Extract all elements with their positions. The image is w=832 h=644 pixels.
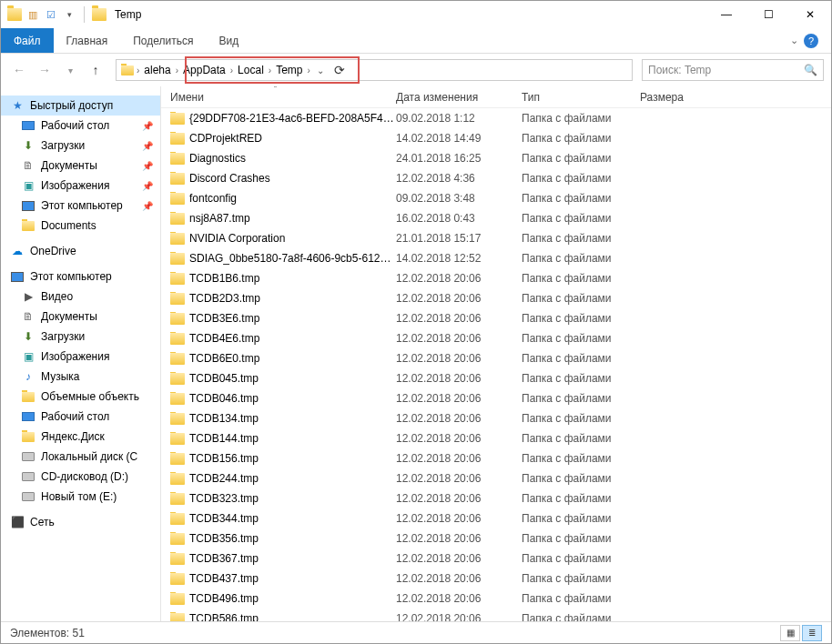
file-row[interactable]: {29DDF708-21E3-4ac6-BEFD-208A5F4B6B...09… (161, 108, 831, 128)
sidebar-item[interactable]: ▣Изображения (1, 347, 160, 367)
file-row[interactable]: TCDB156.tmp12.02.2018 20:06Папка с файла… (161, 448, 831, 468)
file-row[interactable]: nsj8A87.tmp16.02.2018 0:43Папка с файлам… (161, 208, 831, 228)
sidebar-item[interactable]: Локальный диск (С (1, 447, 160, 467)
sidebar-onedrive[interactable]: ☁ OneDrive (1, 241, 160, 261)
file-row[interactable]: SDIAG_0bbe5180-7a8f-4606-9cb5-612305...1… (161, 248, 831, 268)
file-type: Папка с файлами (522, 572, 640, 585)
monitor-icon (10, 269, 25, 284)
file-row[interactable]: TCDB496.tmp12.02.2018 20:06Папка с файла… (161, 589, 831, 609)
file-row[interactable]: TCDB356.tmp12.02.2018 20:06Папка с файла… (161, 528, 831, 548)
sidebar-item[interactable]: Яндекс.Диск (1, 427, 160, 447)
file-row[interactable]: TCDB1B6.tmp12.02.2018 20:06Папка с файла… (161, 268, 831, 288)
file-row[interactable]: TCDB6E0.tmp12.02.2018 20:06Папка с файла… (161, 348, 831, 368)
file-type: Папка с файлами (522, 112, 640, 125)
window-title: Temp (115, 8, 141, 21)
view-details-button[interactable]: ≣ (802, 625, 822, 641)
file-row[interactable]: NVIDIA Corporation21.01.2018 15:17Папка … (161, 228, 831, 248)
qat-dropdown-icon[interactable]: ▾ (61, 6, 77, 23)
address-dropdown-icon[interactable]: ⌄ (310, 60, 330, 80)
address-folder-icon (120, 63, 135, 77)
crumb-sep-icon[interactable]: › (228, 65, 235, 75)
file-row[interactable]: Diagnostics24.01.2018 16:25Папка с файла… (161, 148, 831, 168)
folder-icon (170, 133, 185, 145)
crumb-sep-icon[interactable]: › (174, 65, 180, 75)
sidebar-thispc[interactable]: Этот компьютер (1, 267, 160, 287)
folder-icon (170, 113, 185, 125)
file-row[interactable]: TCDB134.tmp12.02.2018 20:06Папка с файла… (161, 408, 831, 428)
ribbon-tab-share[interactable]: Поделиться (120, 28, 206, 53)
qat-properties-icon[interactable]: ▥ (25, 6, 41, 23)
sidebar-item[interactable]: CD-дисковод (D:) (1, 467, 160, 487)
breadcrumb-item[interactable]: Local (235, 60, 267, 80)
file-row[interactable]: TCDB437.tmp12.02.2018 20:06Папка с файла… (161, 569, 831, 589)
column-header-type[interactable]: Тип (522, 91, 640, 104)
sidebar-item[interactable]: Новый том (E:) (1, 487, 160, 507)
file-row[interactable]: TCDB344.tmp12.02.2018 20:06Папка с файла… (161, 508, 831, 528)
nav-back-button[interactable]: ← (8, 59, 30, 81)
file-name: TCDB046.tmp (189, 392, 259, 405)
pin-icon: 📌 (142, 141, 153, 151)
breadcrumb-item[interactable]: aleha (141, 60, 173, 80)
sidebar-network[interactable]: ⬛ Сеть (1, 512, 160, 532)
sidebar-item[interactable]: 🗎Документы (1, 307, 160, 327)
sidebar-quick-access[interactable]: ★ Быстрый доступ (1, 96, 160, 116)
file-row[interactable]: TCDB4E6.tmp12.02.2018 20:06Папка с файла… (161, 328, 831, 348)
sidebar-item[interactable]: ⬇Загрузки📌 (1, 136, 160, 156)
file-date: 12.02.2018 20:06 (396, 612, 522, 621)
sidebar-item[interactable]: ▣Изображения📌 (1, 176, 160, 196)
close-button[interactable]: ✕ (789, 1, 831, 28)
search-icon[interactable]: 🔍 (804, 64, 817, 76)
maximize-button[interactable]: ☐ (747, 1, 789, 28)
minimize-button[interactable]: — (705, 1, 747, 28)
crumb-sep-icon[interactable]: › (135, 65, 141, 75)
file-type: Папка с файлами (522, 612, 640, 621)
file-row[interactable]: TCDB045.tmp12.02.2018 20:06Папка с файла… (161, 368, 831, 388)
sidebar-item[interactable]: Documents (1, 216, 160, 236)
sidebar-item-icon (21, 389, 36, 404)
ribbon-tab-file[interactable]: Файл (1, 28, 54, 53)
sidebar-item-label: Объемные объекть (41, 390, 139, 403)
ribbon-tab-view[interactable]: Вид (206, 28, 251, 53)
file-row[interactable]: TCDB144.tmp12.02.2018 20:06Папка с файла… (161, 428, 831, 448)
file-row[interactable]: TCDB046.tmp12.02.2018 20:06Папка с файла… (161, 388, 831, 408)
addressbar[interactable]: › aleha › AppData › Local › Temp › ⌄ ⟳ (116, 59, 633, 81)
sidebar-item-icon: ▶ (21, 289, 36, 304)
sidebar-item[interactable]: 🗎Документы📌 (1, 156, 160, 176)
sidebar-item-icon (21, 218, 36, 233)
help-button[interactable]: ? (804, 34, 818, 48)
ribbon-chevron-icon[interactable]: ⌄ (790, 35, 798, 46)
column-header-date[interactable]: Дата изменения (396, 91, 522, 104)
sidebar-item[interactable]: Этот компьютер📌 (1, 196, 160, 216)
nav-history-dropdown[interactable]: ▾ (59, 59, 81, 81)
search-input[interactable]: Поиск: Temp 🔍 (642, 59, 824, 81)
view-large-icons-button[interactable]: ▦ (780, 625, 800, 641)
column-header-name[interactable]: Имени (170, 91, 396, 104)
sidebar-item[interactable]: ⬇Загрузки (1, 327, 160, 347)
sidebar-item[interactable]: Рабочий стол (1, 407, 160, 427)
refresh-button[interactable]: ⟳ (330, 59, 349, 81)
file-row[interactable]: TCDB323.tmp12.02.2018 20:06Папка с файла… (161, 488, 831, 508)
file-row[interactable]: fontconfig09.02.2018 3:48Папка с файлами (161, 188, 831, 208)
file-row[interactable]: TCDB244.tmp12.02.2018 20:06Папка с файла… (161, 468, 831, 488)
file-row[interactable]: TCDB3E6.tmp12.02.2018 20:06Папка с файла… (161, 308, 831, 328)
qat-checkbox-icon[interactable]: ☑ (43, 6, 59, 23)
breadcrumb-item[interactable]: AppData (180, 60, 228, 80)
folder-icon (170, 373, 185, 385)
sidebar-item[interactable]: Объемные объекть (1, 387, 160, 407)
sidebar-item[interactable]: Рабочий стол📌 (1, 116, 160, 136)
file-list[interactable]: {29DDF708-21E3-4ac6-BEFD-208A5F4B6B...09… (161, 108, 831, 621)
file-row[interactable]: Discord Crashes12.02.2018 4:36Папка с фа… (161, 168, 831, 188)
sidebar-item[interactable]: ♪Музыка (1, 367, 160, 387)
column-header-size[interactable]: Размера (640, 91, 713, 104)
file-row[interactable]: CDProjektRED14.02.2018 14:49Папка с файл… (161, 128, 831, 148)
breadcrumb-item[interactable]: Temp (273, 60, 305, 80)
nav-up-button[interactable]: ↑ (85, 59, 107, 81)
crumb-sep-icon[interactable]: › (267, 65, 273, 75)
ribbon-tab-home[interactable]: Главная (54, 28, 121, 53)
sidebar-item[interactable]: ▶Видео (1, 287, 160, 307)
file-row[interactable]: TCDB586.tmp12.02.2018 20:06Папка с файла… (161, 609, 831, 621)
file-date: 12.02.2018 20:06 (396, 312, 522, 325)
file-row[interactable]: TCDB2D3.tmp12.02.2018 20:06Папка с файла… (161, 288, 831, 308)
nav-forward-button[interactable]: → (34, 59, 56, 81)
file-row[interactable]: TCDB367.tmp12.02.2018 20:06Папка с файла… (161, 548, 831, 569)
